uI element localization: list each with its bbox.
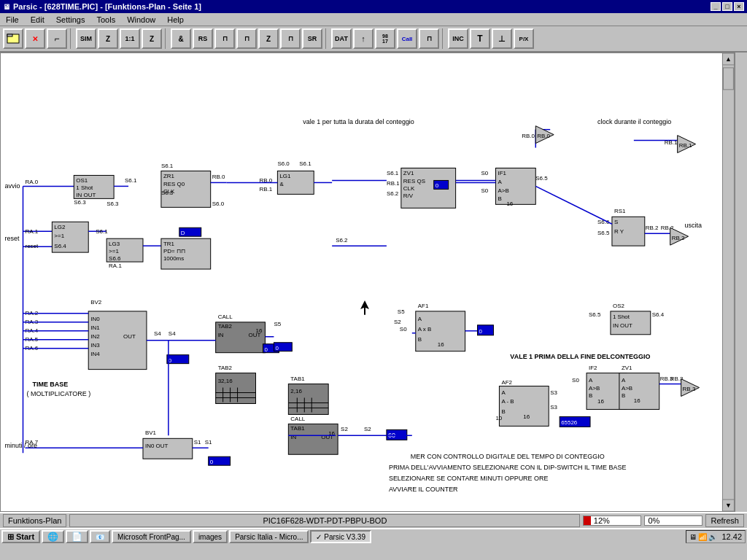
svg-text:▲: ▲ xyxy=(725,55,732,63)
svg-rect-8 xyxy=(723,68,733,90)
taskbar-icon3[interactable]: 📧 xyxy=(90,530,110,543)
svg-text:VALE 1 PRIMA DELLA FINE DELCON: VALE 1 PRIMA DELLA FINE DELCONTEGGIO xyxy=(510,353,650,360)
maximize-button[interactable]: □ xyxy=(722,2,732,11)
tb-sr[interactable]: SR xyxy=(302,28,322,49)
menu-file[interactable]: File xyxy=(3,15,22,25)
svg-text:TAB1: TAB1 xyxy=(290,425,305,432)
svg-text:S6.3: S6.3 xyxy=(161,190,174,196)
svg-text:vale 1 per tutta la durata del: vale 1 per tutta la durata del conteggio xyxy=(303,118,414,125)
close-button[interactable]: × xyxy=(734,2,744,11)
tb-corner[interactable]: ⌐ xyxy=(47,28,67,49)
svg-text:S6.1: S6.1 xyxy=(387,170,399,176)
svg-text:A>B: A>B xyxy=(622,385,632,392)
tb-rs[interactable]: RS xyxy=(193,28,213,49)
tb-and[interactable]: & xyxy=(171,28,191,49)
tb-inc[interactable]: INC xyxy=(448,28,468,49)
svg-text:>=1: >=1 xyxy=(109,248,119,254)
svg-text:S1: S1 xyxy=(194,439,201,446)
svg-text:RB.3: RB.3 xyxy=(683,386,696,392)
svg-text:ZV1: ZV1 xyxy=(622,365,632,371)
status-bar: Funktions-Plan PIC16F628-WDT-PDT-PBPU-BO… xyxy=(0,512,747,528)
tb-gate1[interactable]: ⊓ xyxy=(214,28,235,49)
svg-text:32,16: 32,16 xyxy=(218,378,233,384)
svg-text:A x B: A x B xyxy=(418,326,432,332)
svg-text:S6.3: S6.3 xyxy=(107,201,119,207)
svg-text:ZR1: ZR1 xyxy=(163,173,175,179)
svg-text:S6.4: S6.4 xyxy=(54,243,66,249)
status-device-label: PIC16F628-WDT-PDT-PBPU-BOD xyxy=(263,516,387,525)
svg-text:A>B: A>B xyxy=(498,187,508,194)
svg-text:B: B xyxy=(589,392,592,399)
svg-text:BV2: BV2 xyxy=(90,299,102,306)
svg-text:S6.2: S6.2 xyxy=(387,190,399,197)
svg-text:IN  OUT: IN OUT xyxy=(613,322,632,329)
svg-text:S6.5: S6.5 xyxy=(597,230,610,236)
start-button[interactable]: ⊞ Start xyxy=(1,530,40,543)
svg-text:0: 0 xyxy=(479,328,483,335)
taskbar-images[interactable]: images xyxy=(193,530,228,543)
svg-text:&: & xyxy=(279,181,284,187)
taskbar-frontpage[interactable]: Microsoft FrontPag... xyxy=(112,530,191,543)
tb-wave[interactable]: ⊓ xyxy=(280,28,301,49)
tb-z[interactable]: Z xyxy=(98,28,118,49)
tb-1-1[interactable]: 1:1 xyxy=(120,28,140,49)
menu-tools[interactable]: Tools xyxy=(93,15,118,25)
tb-cursor[interactable]: ⊥ xyxy=(492,28,512,49)
tb-open[interactable] xyxy=(3,28,23,49)
start-label: Start xyxy=(16,532,34,541)
menu-edit[interactable]: Edit xyxy=(28,15,47,25)
svg-text:IN: IN xyxy=(218,332,224,338)
tray-icon2: 📶 xyxy=(698,533,707,541)
svg-text:OS2: OS2 xyxy=(613,303,625,309)
taskbar-parsic-v3[interactable]: ✓ Parsic V3.39 xyxy=(310,530,371,543)
svg-text:D: D xyxy=(181,230,185,236)
svg-text:16: 16 xyxy=(506,201,513,207)
svg-text:S6.1: S6.1 xyxy=(299,161,311,168)
schematic-canvas[interactable]: ▲ ▼ vale 1 per tutta la durata del conte… xyxy=(0,52,735,512)
svg-text:S2: S2 xyxy=(341,426,348,432)
tb-wave2[interactable]: ⊓ xyxy=(419,28,439,49)
svg-text:S6.4: S6.4 xyxy=(652,311,665,318)
svg-text:R  Y: R Y xyxy=(614,228,624,235)
svg-text:S6.0: S6.0 xyxy=(212,201,225,207)
svg-text:16: 16 xyxy=(523,413,530,420)
minimize-button[interactable]: _ xyxy=(711,2,721,11)
images-label: images xyxy=(198,533,222,541)
svg-text:LG1: LG1 xyxy=(279,173,291,179)
svg-text:TAB1: TAB1 xyxy=(290,376,305,382)
tb-zz[interactable]: Z xyxy=(258,28,279,49)
taskbar-icon1[interactable]: 🌐 xyxy=(42,530,64,543)
svg-text:RES  QS: RES QS xyxy=(403,178,425,184)
refresh-button[interactable]: Refresh xyxy=(705,514,744,527)
taskbar-parsic-italia[interactable]: Parsic Italia - Micro... xyxy=(229,530,309,543)
tb-dat[interactable]: DAT xyxy=(331,28,352,49)
svg-text:2,16: 2,16 xyxy=(290,389,302,395)
menu-help[interactable]: Help xyxy=(164,15,187,25)
svg-text:S6.0: S6.0 xyxy=(277,161,290,168)
svg-text:( MOLTIPLICATORE ): ( MOLTIPLICATORE ) xyxy=(26,391,90,398)
tb-z2[interactable]: Z xyxy=(142,28,162,49)
tb-sim[interactable]: SIM xyxy=(76,28,96,49)
menu-settings[interactable]: Settings xyxy=(53,15,88,25)
svg-text:AF1: AF1 xyxy=(418,303,429,309)
progress2-label: 0% xyxy=(648,516,659,525)
svg-text:S1: S1 xyxy=(205,439,212,446)
progress1-bar: 12% xyxy=(583,516,641,526)
refresh-label[interactable]: Refresh xyxy=(711,516,739,525)
svg-text:IN0: IN0 xyxy=(90,316,100,322)
svg-text:0: 0 xyxy=(264,346,268,353)
tb-98-17[interactable]: 9817 xyxy=(375,28,395,49)
tb-t[interactable]: T xyxy=(470,28,490,49)
svg-text:16: 16 xyxy=(634,397,640,404)
tb-up[interactable]: ↑ xyxy=(353,28,374,49)
tb-gate2[interactable]: ⊓ xyxy=(236,28,257,49)
tb-call[interactable]: Call xyxy=(397,28,417,49)
taskbar-icon2[interactable]: 📄 xyxy=(66,530,88,543)
menu-window[interactable]: Window xyxy=(124,15,158,25)
tb-px[interactable]: P/X xyxy=(514,28,534,49)
svg-text:PD=  ⊓⊓: PD= ⊓⊓ xyxy=(163,248,185,254)
taskbar: ⊞ Start 🌐 📄 📧 Microsoft FrontPag... imag… xyxy=(0,528,747,544)
svg-text:LG2: LG2 xyxy=(54,224,66,230)
svg-text:IF2: IF2 xyxy=(589,365,597,371)
tb-x[interactable]: ✕ xyxy=(25,28,45,49)
